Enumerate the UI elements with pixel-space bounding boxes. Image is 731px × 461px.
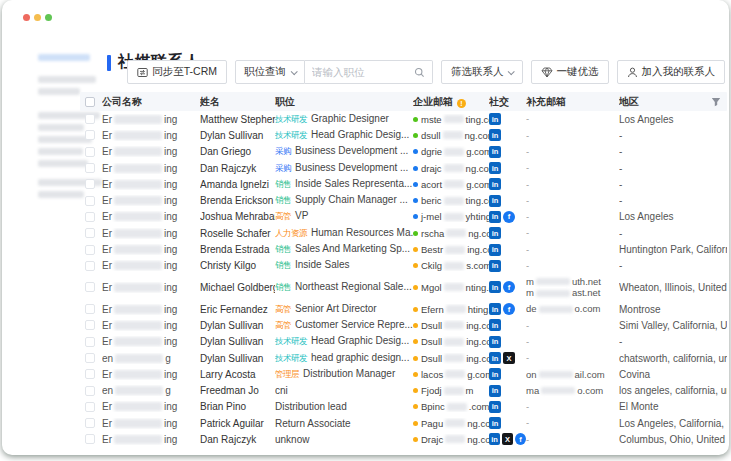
linkedin-icon[interactable]: in: [489, 244, 501, 256]
row-checkbox[interactable]: [85, 212, 95, 222]
sidebar-item-redacted[interactable]: [38, 76, 96, 83]
row-checkbox[interactable]: [85, 386, 95, 396]
row-checkbox[interactable]: [85, 282, 95, 292]
redacted-company-text: [114, 337, 162, 346]
window-controls: [23, 14, 52, 21]
table-row[interactable]: Ering Dylan Sullivan 高管Customer Service …: [80, 317, 727, 333]
table-row[interactable]: Ering Amanda Ignelzi 销售Inside Sales Repr…: [80, 176, 727, 192]
job-search-input[interactable]: [312, 66, 414, 78]
table-row[interactable]: Ering Dan Rajczyk 采购Business Development…: [80, 160, 727, 176]
row-checkbox[interactable]: [85, 402, 95, 412]
table-row[interactable]: Ering Dylan Sullivan 技术研发Head Graphic De…: [80, 127, 727, 143]
table-row[interactable]: Ering Eric Fernandez 高管Senior Art Direct…: [80, 301, 727, 317]
row-checkbox[interactable]: [85, 114, 95, 124]
table-row[interactable]: Ering Christy Kilgo 销售Inside Sales Ckilg…: [80, 258, 727, 274]
redacted-company-text: [114, 147, 162, 156]
linkedin-icon[interactable]: in: [489, 178, 501, 190]
linkedin-icon[interactable]: in: [489, 195, 501, 207]
add-to-my-contacts-button[interactable]: 加入我的联系人: [617, 60, 726, 84]
row-checkbox[interactable]: [85, 353, 95, 363]
table-row[interactable]: Ering Patrick Aguilar Return Associate P…: [80, 415, 727, 431]
row-checkbox[interactable]: [85, 369, 95, 379]
sync-to-tcrm-button[interactable]: 同步至T-CRM: [127, 60, 227, 84]
row-checkbox[interactable]: [85, 163, 95, 173]
linkedin-icon[interactable]: in: [489, 227, 501, 239]
row-checkbox[interactable]: [85, 434, 95, 444]
linkedin-icon[interactable]: in: [489, 417, 501, 429]
table-row[interactable]: eng Freedman Jo cni Fjodjm in mao.com lo…: [80, 382, 727, 398]
linkedin-icon[interactable]: in: [489, 129, 501, 141]
extra-email-cell: -: [526, 350, 619, 366]
email-status-dot: [413, 214, 418, 219]
filter-contacts-select[interactable]: 筛选联系人: [441, 60, 523, 84]
row-checkbox[interactable]: [85, 228, 95, 238]
filter-funnel-icon[interactable]: [711, 97, 721, 107]
sidebar-item-redacted[interactable]: [38, 124, 84, 131]
linkedin-icon[interactable]: in: [489, 303, 501, 315]
zoom-button[interactable]: [45, 14, 52, 21]
linkedin-icon[interactable]: in: [489, 385, 501, 397]
facebook-icon[interactable]: f: [503, 211, 515, 223]
one-click-optimize-button[interactable]: 一键优选: [531, 60, 609, 84]
row-checkbox[interactable]: [85, 179, 95, 189]
table-row[interactable]: Ering Dan Rajczyk unknow Drajcng.com inX…: [80, 431, 727, 447]
email-info-icon[interactable]: !: [457, 99, 466, 108]
table-row[interactable]: Ering Brian Pino Distribution lead Bpinc…: [80, 399, 727, 415]
sidebar-item-redacted[interactable]: [38, 148, 83, 155]
linkedin-icon[interactable]: in: [489, 319, 501, 331]
region-cell: Los Angeles: [619, 211, 727, 222]
linkedin-icon[interactable]: in: [489, 281, 501, 293]
linkedin-icon[interactable]: in: [489, 401, 501, 413]
linkedin-icon[interactable]: in: [489, 352, 501, 364]
facebook-icon[interactable]: f: [503, 281, 515, 293]
table-row[interactable]: Ering Dylan Sullivan 技术研发Head Graphic De…: [80, 334, 727, 350]
sidebar-item-active-redacted[interactable]: [38, 54, 90, 61]
table-row[interactable]: Ering Brenda Estrada 销售Sales And Marketi…: [80, 241, 727, 257]
row-checkbox[interactable]: [85, 320, 95, 330]
linkedin-icon[interactable]: in: [489, 260, 501, 272]
linkedin-icon[interactable]: in: [489, 162, 501, 174]
x-icon[interactable]: X: [503, 352, 515, 364]
facebook-icon[interactable]: f: [503, 303, 515, 315]
minimize-button[interactable]: [34, 14, 41, 21]
table-row[interactable]: eng Dylan Sullivan 技术研发head graphic desi…: [80, 350, 727, 366]
close-button[interactable]: [23, 14, 30, 21]
facebook-icon[interactable]: f: [515, 433, 526, 445]
row-checkbox[interactable]: [85, 196, 95, 206]
job-category-tag: 销售: [275, 260, 291, 270]
social-icons: in: [489, 244, 526, 256]
table-row[interactable]: Ering Larry Acosta 管理层Distribution Manag…: [80, 366, 727, 382]
linkedin-icon[interactable]: in: [489, 211, 501, 223]
table-row[interactable]: Ering Joshua Mehraban 高管VP j-melyhting..…: [80, 209, 727, 225]
row-checkbox[interactable]: [85, 245, 95, 255]
row-checkbox[interactable]: [85, 261, 95, 271]
redacted-company-text: [114, 402, 162, 411]
linkedin-icon[interactable]: in: [489, 146, 501, 158]
table-row[interactable]: Ering Dan Griego 采购Business Development …: [80, 144, 727, 160]
company-email-cell: Pagung.com: [413, 418, 489, 429]
table-row[interactable]: Ering Michael Goldberg 销售Northeast Regio…: [80, 274, 727, 301]
linkedin-icon[interactable]: in: [489, 433, 500, 445]
sidebar-item-redacted[interactable]: [38, 191, 84, 198]
linkedin-icon[interactable]: in: [489, 113, 501, 125]
search-icon[interactable]: [414, 67, 425, 78]
table-row[interactable]: Ering Brenda Erickson Pe 销售Supply Chain …: [80, 192, 727, 208]
company-cell: Ering: [102, 146, 200, 157]
job-filter-select[interactable]: 职位查询: [235, 60, 305, 84]
company-cell: Ering: [102, 369, 200, 380]
x-icon[interactable]: X: [502, 433, 513, 445]
row-checkbox[interactable]: [85, 304, 95, 314]
row-checkbox[interactable]: [85, 130, 95, 140]
linkedin-icon[interactable]: in: [489, 368, 501, 380]
table-row[interactable]: Ering Roselle Schafer 人力资源Human Resource…: [80, 225, 727, 241]
select-all-checkbox[interactable]: [85, 97, 95, 107]
company-cell: Ering: [102, 418, 200, 429]
row-checkbox[interactable]: [85, 147, 95, 157]
row-checkbox[interactable]: [85, 337, 95, 347]
sidebar-item-redacted[interactable]: [38, 88, 80, 95]
linkedin-icon[interactable]: in: [489, 336, 501, 348]
table-row[interactable]: Ering Matthew Stephen 技术研发Graphic Design…: [80, 111, 727, 127]
company-cell: eng: [102, 353, 200, 364]
row-checkbox[interactable]: [85, 418, 95, 428]
redacted-company-text: [114, 370, 162, 379]
